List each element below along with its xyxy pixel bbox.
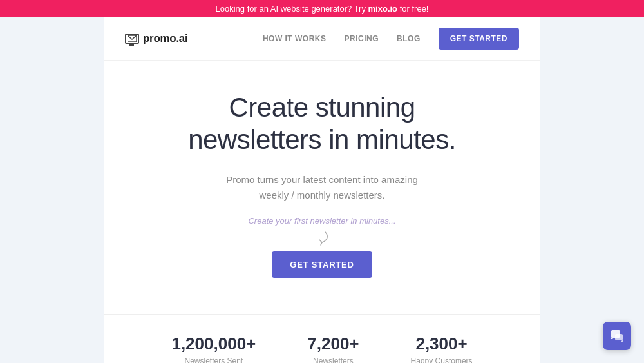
stat-newsletters-generated: 7,200+ Newsletters Generated xyxy=(307,334,359,363)
nav-links: HOW IT WORKS PRICING BLOG GET STARTED xyxy=(263,28,519,50)
chat-icon xyxy=(610,329,624,343)
white-card: promo.ai HOW IT WORKS PRICING BLOG GET S… xyxy=(104,17,540,314)
chat-widget-button[interactable] xyxy=(603,322,631,350)
hero-get-started-button[interactable]: GET STARTED xyxy=(272,251,372,278)
nav-pricing[interactable]: PRICING xyxy=(345,34,379,43)
hero-title-line1: Create stunning xyxy=(229,92,415,123)
nav-how-it-works[interactable]: HOW IT WORKS xyxy=(263,34,327,43)
logo-area[interactable]: promo.ai xyxy=(125,32,187,45)
hero-input-placeholder: Create your first newsletter in minutes.… xyxy=(130,216,514,226)
stat-label-newsletters-generated: Newsletters Generated xyxy=(307,357,359,363)
stat-newsletters-sent: 1,200,000+ Newsletters Sent xyxy=(171,334,256,363)
logo-email-icon xyxy=(125,34,139,44)
stat-happy-customers: 2,300+ Happy Customers xyxy=(411,334,473,363)
stat-label-newsletters-sent: Newsletters Sent xyxy=(171,357,256,363)
banner-text-before: Looking for an AI website generator? Try xyxy=(216,4,368,14)
stat-number-newsletters-generated: 7,200+ xyxy=(307,334,359,354)
arrow-icon xyxy=(312,231,332,246)
nav-get-started-button[interactable]: GET STARTED xyxy=(439,28,519,50)
stat-number-happy-customers: 2,300+ xyxy=(411,334,473,354)
hero-subtitle: Promo turns your latest content into ama… xyxy=(225,172,419,203)
banner-text: Looking for an AI website generator? Try… xyxy=(216,4,429,14)
hero-section: Create stunning newsletters in minutes. … xyxy=(104,61,540,304)
logo-text: promo.ai xyxy=(143,32,187,45)
hero-title-line2: newsletters in minutes. xyxy=(188,124,456,155)
nav-blog[interactable]: BLOG xyxy=(397,34,421,43)
svg-rect-2 xyxy=(615,334,623,340)
hero-title: Create stunning newsletters in minutes. xyxy=(130,92,514,157)
stat-label-happy-customers: Happy Customers xyxy=(411,357,473,363)
stat-number-newsletters-sent: 1,200,000+ xyxy=(171,334,256,354)
banner-text-after: for free! xyxy=(397,4,428,14)
main-wrapper: promo.ai HOW IT WORKS PRICING BLOG GET S… xyxy=(0,17,644,363)
mixio-link[interactable]: mixo.io xyxy=(368,4,398,14)
navbar: promo.ai HOW IT WORKS PRICING BLOG GET S… xyxy=(104,17,540,61)
top-banner: Looking for an AI website generator? Try… xyxy=(0,0,644,17)
stats-section: 1,200,000+ Newsletters Sent 7,200+ Newsl… xyxy=(104,314,540,363)
